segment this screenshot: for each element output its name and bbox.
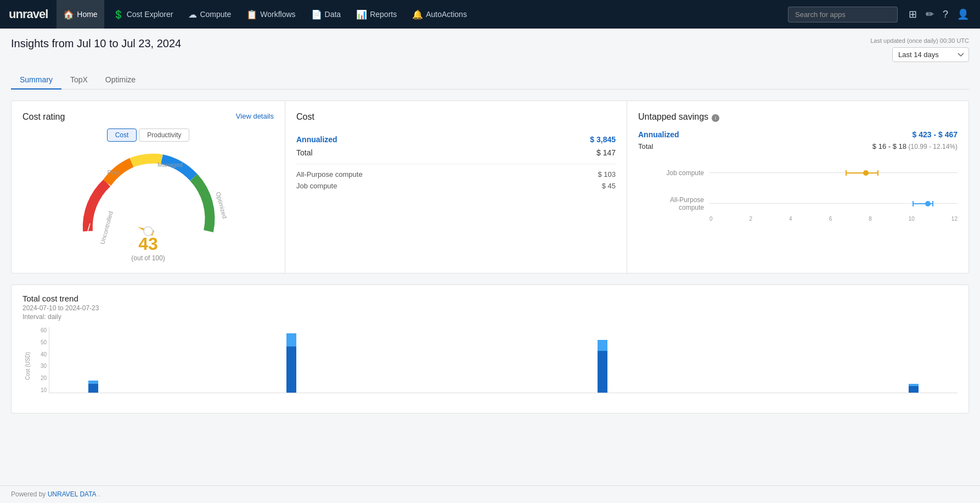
y-axis-title: Cost (USD) (25, 351, 31, 379)
y-label-10: 10 (41, 387, 47, 393)
compute-icon: ☁ (188, 9, 197, 20)
savings-annualized-value: $ 423 - $ 467 (912, 130, 958, 139)
nav-item-compute[interactable]: ☁ Compute (182, 0, 238, 29)
trend-title: Total cost trend (22, 294, 958, 303)
nav-label-workflows: Workflows (260, 10, 295, 19)
toggle-productivity-btn[interactable]: Productivity (139, 128, 189, 142)
savings-annualized-row: Annualized $ 423 - $ 467 (638, 128, 958, 141)
nav-right-icons: ⊞ ✏ ? 👤 (906, 6, 971, 23)
autoactions-icon: 🔔 (412, 9, 423, 20)
bar-dark (598, 351, 607, 393)
nav-item-workflows[interactable]: 📋 Workflows (240, 0, 302, 29)
svg-text:Optimized: Optimized (215, 191, 228, 219)
cost-title: Cost (296, 112, 314, 121)
savings-total-value: $ 16 - $ 18 (10.99 - 12.14%) (872, 142, 958, 150)
cost-explorer-icon: 💲 (113, 9, 124, 20)
user-icon[interactable]: 👤 (955, 6, 971, 23)
trend-date-range: 2024-07-10 to 2024-07-23 (22, 304, 958, 312)
search-input[interactable] (788, 7, 898, 23)
help-icon[interactable]: ? (940, 7, 950, 23)
savings-total-pct: (10.99 - 12.14%) (909, 143, 958, 150)
logo[interactable]: unravel (9, 7, 48, 21)
nav-label-reports: Reports (370, 10, 397, 19)
edit-icon[interactable]: ✏ (923, 6, 936, 23)
x-label-12: 12 (951, 216, 958, 222)
trend-section: Total cost trend 2024-07-10 to 2024-07-2… (11, 284, 969, 413)
workflows-icon: 📋 (246, 9, 257, 20)
savings-total-row: Total $ 16 - $ 18 (10.99 - 12.14%) (638, 141, 958, 152)
cost-annualized-value: $ 3,845 (590, 135, 616, 144)
cost-item-0-label: All-Purpose compute (296, 170, 363, 178)
view-details-link[interactable]: View details (236, 112, 274, 120)
tab-topx[interactable]: TopX (61, 71, 97, 90)
apps-grid-icon[interactable]: ⊞ (906, 6, 919, 23)
info-icon[interactable]: i (712, 114, 719, 122)
gauge-container: Uncontrolled Poor Managed Optimized 43 (… (22, 146, 274, 262)
cost-item-0: All-Purpose compute $ 103 (296, 169, 616, 180)
nav-item-data[interactable]: 📄 Data (305, 0, 348, 29)
nav-label-data: Data (325, 10, 341, 19)
cost-total-label: Total (296, 148, 313, 157)
bar-dark (286, 346, 296, 393)
x-label-0: 0 (709, 216, 713, 222)
footer-powered-by: Powered by (11, 490, 48, 498)
cost-annualized-label: Annualized (296, 135, 337, 144)
range-ap-label: All-Purpose compute (644, 196, 709, 211)
reports-icon: 📊 (356, 9, 367, 20)
navbar: unravel 🏠 Home 💲 Cost Explorer ☁ Compute… (0, 0, 980, 29)
y-label-30: 30 (41, 363, 47, 369)
nav-item-reports[interactable]: 📊 Reports (350, 0, 403, 29)
cost-total-row: Total $ 147 (296, 146, 616, 159)
last-updated-text: Last updated (once daily) 00:30 UTC (870, 37, 969, 44)
bar-dark (909, 386, 919, 393)
svg-text:Uncontrolled: Uncontrolled (99, 210, 114, 245)
cost-card: Cost Annualized $ 3,845 Total $ 147 All-… (285, 100, 627, 273)
cost-annualized-row: Annualized $ 3,845 (296, 133, 616, 146)
x-label-4: 4 (789, 216, 792, 222)
cost-rating-title: Cost rating (22, 112, 65, 121)
savings-title-row: Untapped savings i (638, 112, 958, 124)
bar-light (598, 340, 607, 351)
nav-label-cost-explorer: Cost Explorer (127, 10, 173, 19)
range-job-label: Job compute (644, 169, 709, 177)
trend-interval: Interval: daily (22, 313, 958, 321)
nav-label-compute: Compute (200, 10, 231, 19)
svg-text:Managed: Managed (157, 161, 183, 168)
cost-item-0-value: $ 103 (598, 170, 616, 178)
svg-text:Poor: Poor (107, 169, 120, 176)
bar-dark (88, 384, 98, 393)
cost-item-1-value: $ 45 (602, 182, 616, 190)
bar-group (52, 381, 135, 393)
bar-light (286, 333, 296, 346)
footer-brand: UNRAVEL DATA (48, 490, 97, 498)
page-title: Insights from Jul 10 to Jul 23, 2024 (11, 37, 181, 50)
x-label-2: 2 (750, 216, 753, 222)
x-label-6: 6 (829, 216, 832, 222)
cost-rating-card: Cost rating View details Cost Productivi… (11, 100, 285, 273)
nav-item-cost-explorer[interactable]: 💲 Cost Explorer (106, 0, 180, 29)
nav-label-home: Home (77, 10, 97, 19)
bar-group (872, 384, 955, 393)
tab-summary[interactable]: Summary (11, 71, 61, 90)
savings-annualized-label: Annualized (638, 130, 679, 139)
cost-total-value: $ 147 (596, 148, 616, 157)
tabs: Summary TopX Optimize (11, 71, 969, 90)
date-range-select[interactable]: Last 7 days Last 14 days Last 30 days La… (892, 47, 969, 62)
footer-dot: . (98, 490, 100, 498)
tab-optimize[interactable]: Optimize (97, 71, 144, 90)
data-icon: 📄 (311, 9, 322, 20)
cost-item-1-label: Job compute (296, 182, 337, 190)
bar-group (561, 340, 644, 393)
toggle-cost-btn[interactable]: Cost (107, 128, 137, 142)
nav-item-home[interactable]: 🏠 Home (57, 0, 104, 29)
page-header: Insights from Jul 10 to Jul 23, 2024 Las… (11, 37, 969, 62)
nav-item-autoactions[interactable]: 🔔 AutoActions (405, 0, 474, 29)
footer: Powered by UNRAVEL DATA . (0, 485, 980, 502)
home-icon: 🏠 (63, 9, 74, 20)
logo-text: unravel (9, 7, 48, 21)
range-chart: Job compute All-Purpose (638, 167, 958, 222)
x-label-8: 8 (869, 216, 872, 222)
page-container: Insights from Jul 10 to Jul 23, 2024 Las… (0, 29, 980, 485)
y-label-60: 60 (41, 327, 47, 333)
savings-total-label: Total (638, 142, 653, 150)
